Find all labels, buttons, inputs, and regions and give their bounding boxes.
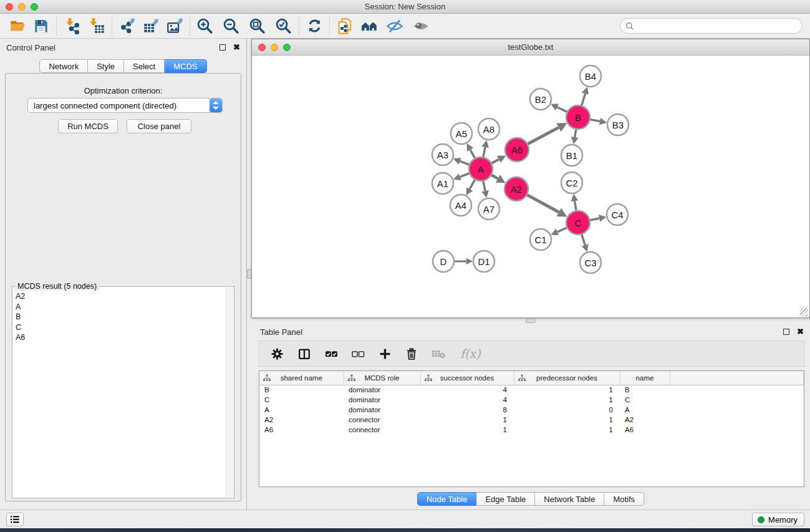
criterion-dropdown[interactable]: largest connected component (directed): [27, 98, 223, 113]
toolbar-separator: [299, 17, 299, 36]
import-table-button[interactable]: [87, 16, 107, 36]
close-panel-button[interactable]: Close panel: [127, 119, 191, 133]
zoom-fit-button[interactable]: [248, 16, 268, 36]
export-network-button[interactable]: [117, 16, 137, 36]
open-folder-icon: [9, 17, 26, 34]
graph-node-label: A1: [437, 178, 448, 189]
import-network-button[interactable]: [62, 16, 82, 36]
network-graph[interactable]: B4B2BB3A8A5A6A3B1AC2A1A2A4A7C4CC1DD1C3: [253, 56, 809, 317]
plus-icon: [378, 347, 392, 360]
graph-node-label: A: [478, 164, 484, 175]
table-cell: 1: [514, 415, 620, 425]
window-resize-grip[interactable]: [800, 308, 808, 316]
column-header-MCDS-role[interactable]: MCDS role: [344, 371, 420, 385]
mcds-result-item[interactable]: B: [16, 312, 223, 322]
column-header-name[interactable]: name: [620, 371, 670, 385]
column-header-shared-name[interactable]: shared name: [259, 371, 344, 385]
save-session-button[interactable]: [31, 16, 51, 36]
search-input[interactable]: [637, 21, 802, 31]
delete-column-button[interactable]: [405, 347, 418, 360]
table-cell: A: [259, 405, 344, 415]
node-table[interactable]: shared nameMCDS rolesuccessor nodesprede…: [259, 370, 804, 487]
table-row[interactable]: A2connector11A2: [259, 415, 804, 425]
tab-network-table[interactable]: Network Table: [535, 492, 604, 506]
show-all-button[interactable]: [411, 16, 431, 36]
add-column-button[interactable]: [378, 347, 392, 360]
mcds-result-list[interactable]: A2ABCA6: [13, 288, 226, 497]
hide-selected-button[interactable]: [385, 16, 405, 36]
vertical-splitter-handle[interactable]: [247, 269, 251, 279]
first-neighbors-button[interactable]: [360, 16, 380, 36]
graph-edge-arrowhead: [481, 140, 489, 148]
column-type-icon: [518, 374, 526, 382]
split-columns-button[interactable]: [297, 347, 311, 360]
search-icon: [625, 22, 634, 31]
horizontal-splitter-handle[interactable]: [526, 319, 536, 323]
mcds-result-item[interactable]: A2: [16, 291, 223, 302]
mcds-result-item[interactable]: A6: [16, 332, 223, 343]
table-row[interactable]: Adominator80A: [259, 405, 804, 415]
table-row[interactable]: Cdominator41C: [259, 395, 804, 405]
mcds-result-item[interactable]: A: [16, 302, 223, 312]
unchecked-boxes-icon: [352, 347, 365, 360]
table-cell: dominator: [344, 395, 420, 405]
deselect-all-checkboxes-button[interactable]: [352, 347, 365, 360]
toolbar-separator: [112, 17, 112, 36]
split-columns-icon: [297, 347, 311, 360]
close-panel-icon[interactable]: ✖: [233, 44, 240, 51]
tab-style[interactable]: Style: [88, 59, 124, 73]
tab-mcds[interactable]: MCDS: [165, 59, 206, 73]
eye-icon: [412, 17, 430, 35]
mcds-result-item[interactable]: C: [16, 322, 223, 333]
memory-button[interactable]: Memory: [752, 513, 804, 526]
table-settings-button[interactable]: [271, 347, 284, 360]
graph-node-label: C2: [566, 178, 577, 188]
run-mcds-button[interactable]: Run MCDS: [58, 119, 118, 133]
select-all-checkboxes-button[interactable]: [325, 347, 338, 360]
graph-edge-B-B4[interactable]: [581, 94, 586, 107]
zoom-selected-button[interactable]: [274, 16, 294, 36]
export-image-icon: [166, 17, 183, 34]
tab-edge-table[interactable]: Edge Table: [476, 492, 535, 506]
network-canvas[interactable]: B4B2BB3A8A5A6A3B1AC2A1A2A4A7C4CC1DD1C3: [253, 56, 809, 317]
table-cell: 1: [420, 415, 514, 425]
table-row[interactable]: Bdominator41B: [259, 385, 804, 395]
graph-edge-A2-C[interactable]: [526, 194, 559, 212]
export-table-icon: [143, 17, 160, 34]
zoom-out-button[interactable]: [221, 16, 241, 36]
refresh-icon: [306, 17, 323, 34]
float-table-panel-icon[interactable]: [783, 329, 789, 335]
delete-table-button[interactable]: [432, 347, 446, 360]
refresh-button[interactable]: [304, 16, 324, 36]
column-header-successor-nodes[interactable]: successor nodes: [420, 371, 514, 385]
float-panel-icon[interactable]: [219, 44, 226, 51]
status-bar: Memory: [0, 510, 810, 528]
table-cell: dominator: [344, 385, 420, 395]
column-type-icon: [348, 374, 355, 382]
global-search: [620, 18, 803, 34]
tab-network[interactable]: Network: [39, 59, 88, 73]
task-history-button[interactable]: [6, 513, 24, 526]
import-table-icon: [89, 17, 105, 34]
open-session-button[interactable]: [7, 16, 27, 36]
zoom-in-button[interactable]: [195, 16, 215, 36]
tab-select[interactable]: Select: [124, 59, 165, 73]
table-cell: 4: [420, 395, 514, 405]
close-table-panel-icon[interactable]: ✖: [797, 329, 804, 335]
eye-slash-icon: [386, 17, 403, 35]
table-row[interactable]: A6connector11A6: [259, 425, 804, 435]
result-scrollbar[interactable]: [226, 288, 233, 497]
tab-node-table[interactable]: Node Table: [417, 492, 477, 506]
export-network-icon: [119, 17, 136, 34]
tab-motifs[interactable]: Motifs: [604, 492, 644, 506]
graph-edge-A6-B[interactable]: [526, 127, 559, 145]
app-window: { "app": { "title": "Session: New Sessio…: [0, 0, 810, 532]
new-network-from-selection-button[interactable]: [335, 16, 355, 36]
column-header-predecessor-nodes[interactable]: predecessor nodes: [514, 371, 620, 385]
graph-node-label: B1: [566, 150, 577, 161]
function-builder-button[interactable]: f(x): [460, 347, 481, 360]
export-table-button[interactable]: [141, 16, 161, 36]
app-titlebar: Session: New Session: [0, 0, 810, 14]
export-image-button[interactable]: [165, 16, 185, 36]
graph-node-label: C1: [534, 235, 546, 245]
